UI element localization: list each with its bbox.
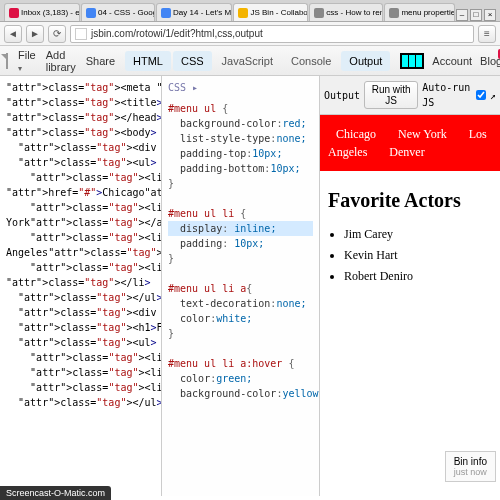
minimize-button[interactable]: –	[456, 9, 468, 21]
output-pane: Output Run with JS Auto-run JS ↗ Chicago…	[320, 76, 500, 496]
tab-label: css - How to remove the	[326, 8, 383, 17]
tab-label: Inbox (3,183) - eric.berny	[21, 8, 80, 17]
close-button[interactable]: ×	[484, 9, 496, 21]
drive-icon	[86, 8, 96, 18]
url-bar-row: ◄ ► ⟳ jsbin.com/rotowi/1/edit?html,css,o…	[0, 22, 500, 46]
list-item: Kevin Hart	[344, 246, 492, 264]
output-label: Output	[324, 88, 360, 103]
rendered-output: Chicago New York Los Angeles Denver Favo…	[320, 115, 500, 288]
favorite-actors-heading: Favorite Actors	[328, 185, 492, 215]
back-button[interactable]: ◄	[4, 25, 22, 43]
jsbin-logo-icon	[400, 53, 424, 69]
tab-console[interactable]: Console	[283, 51, 339, 71]
mail-icon	[9, 8, 19, 18]
list-item: Robert Deniro	[344, 267, 492, 285]
forward-button[interactable]: ►	[26, 25, 44, 43]
output-header: Output Run with JS Auto-run JS ↗	[320, 76, 500, 115]
autorun-checkbox[interactable]	[476, 90, 486, 100]
list-item: Jim Carey	[344, 225, 492, 243]
browser-tab[interactable]: 04 - CSS - Google Drive×	[81, 3, 155, 21]
browser-tab-active[interactable]: JS Bin - Collaborative Ja×	[233, 3, 308, 21]
browser-tab[interactable]: menu properties in css×	[384, 3, 455, 21]
bin-info-time: just now	[454, 467, 487, 477]
page-icon	[389, 8, 399, 18]
browser-tabstrip: Inbox (3,183) - eric.berny× 04 - CSS - G…	[0, 0, 500, 22]
url-input[interactable]: jsbin.com/rotowi/1/edit?html,css,output	[70, 25, 474, 43]
blog-link[interactable]: Blog	[480, 55, 500, 67]
account-link[interactable]: Account	[432, 55, 472, 67]
tab-javascript[interactable]: JavaScript	[214, 51, 281, 71]
file-menu[interactable]: File	[18, 49, 36, 73]
tab-html[interactable]: HTML	[125, 51, 171, 71]
add-library-button[interactable]: Add library	[46, 49, 76, 73]
tab-label: menu properties in css	[401, 8, 455, 17]
reload-button[interactable]: ⟳	[48, 25, 66, 43]
tab-output[interactable]: Output	[341, 51, 390, 71]
bin-info-panel[interactable]: Bin info just now	[445, 451, 496, 482]
panel-tabs: HTML CSS JavaScript Console Output	[125, 51, 390, 71]
browser-tab[interactable]: css - How to remove the×	[309, 3, 383, 21]
file-icon	[6, 53, 8, 69]
bin-info-title: Bin info	[454, 456, 487, 467]
run-with-js-button[interactable]: Run with JS	[364, 81, 418, 109]
jsbin-toolbar: File Add library Share HTML CSS JavaScri…	[0, 46, 500, 76]
tab-label: JS Bin - Collaborative Ja	[250, 8, 308, 17]
browser-tab[interactable]: Day 14 - Let's Make a Na×	[156, 3, 232, 21]
actors-list: Jim Carey Kevin Hart Robert Deniro	[344, 225, 492, 285]
share-button[interactable]: Share	[86, 55, 115, 67]
jsbin-icon	[238, 8, 248, 18]
screencast-watermark: Screencast-O-Matic.com	[0, 486, 111, 500]
main-panes: "attr">class="tag"><meta "attr">charset=…	[0, 76, 500, 496]
tab-label: Day 14 - Let's Make a Na	[173, 8, 232, 17]
so-icon	[314, 8, 324, 18]
menu-button[interactable]: ≡	[478, 25, 496, 43]
site-icon	[75, 28, 87, 40]
browser-tab[interactable]: Inbox (3,183) - eric.berny×	[4, 3, 80, 21]
menu-bar: Chicago New York Los Angeles Denver	[320, 115, 500, 171]
html-pane[interactable]: "attr">class="tag"><meta "attr">charset=…	[0, 76, 162, 496]
menu-link[interactable]: Denver	[381, 137, 432, 167]
tab-css[interactable]: CSS	[173, 51, 212, 71]
doc-icon	[161, 8, 171, 18]
url-text: jsbin.com/rotowi/1/edit?html,css,output	[91, 26, 263, 42]
tab-label: 04 - CSS - Google Drive	[98, 8, 155, 17]
popout-icon[interactable]: ↗	[490, 88, 496, 103]
right-tools: Account Blog ?	[400, 53, 500, 69]
autorun-label: Auto-run JS	[422, 80, 472, 110]
window-controls: – □ ×	[456, 9, 496, 21]
maximize-button[interactable]: □	[470, 9, 482, 21]
css-pane[interactable]: CSS ▸#menu ul { background-color:red; li…	[162, 76, 320, 496]
